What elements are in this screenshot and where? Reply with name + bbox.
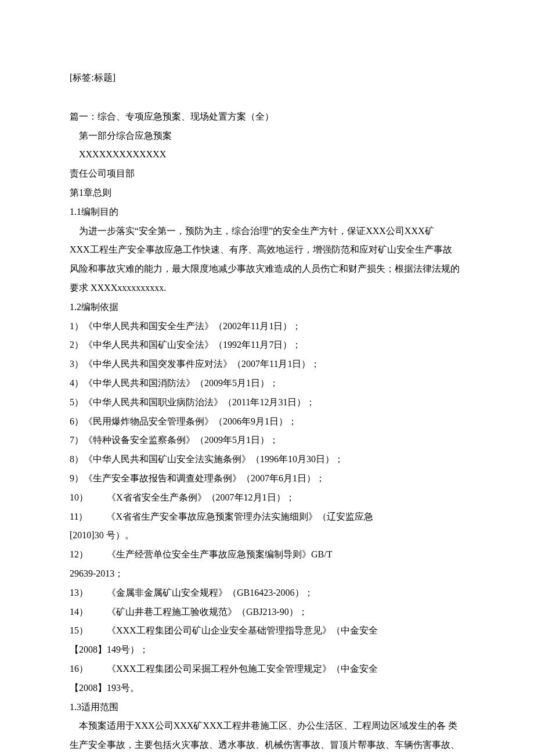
para-line: 风险和事故灾难的能力，最大限度地减少事故灾难造成的人员伤亡和财产损失；根据法律法… [70, 260, 464, 279]
ref-item-11-cont: [2010]30 号）。 [70, 526, 464, 545]
ref-item-3: 3）《中华人民共和国突发事件应对法》（2007年11月1日）； [70, 355, 464, 374]
heading-part: 篇一：综合、专项应急预案、现场处置方案（全） [70, 107, 464, 127]
company-dept: 责任公司项目部 [70, 164, 464, 183]
ref-item-8: 8）《中华人民共和国矿山安全法实施条例》（1996年10月30日）； [70, 450, 464, 469]
para-line: 生产安全事故，主要包括火灾事故、透水事故、机械伤害事故、冒顶片帮事故、车辆伤害事… [70, 736, 464, 755]
chapter-1: 第1章总则 [70, 183, 464, 203]
ref-item-14: 14） 《矿山井巷工程施工验收规范》（GBJ213-90）； [70, 603, 464, 622]
para-line: 要求 XXXXxxxxxxxxxx. [70, 279, 464, 298]
ref-item-4: 4）《中华人民共和国消防法》（2009年5月1日）； [70, 374, 464, 393]
para-line: 为进一步落实“安全第一，预防为主，综合治理”的安全生产方针，保证XXX公司XXX… [70, 222, 464, 241]
ref-item-12: 12） 《生产经营单位安全生产事故应急预案编制导则》GB/T [70, 545, 464, 564]
ref-item-16-cont: 【2008】193号。 [70, 679, 464, 698]
ref-item-15: 15） 《XXX工程集团公司矿山企业安全基础管理指导意见》（中金安全 [70, 621, 464, 640]
ref-item-12-cont: 29639-2013； [70, 564, 464, 584]
ref-item-13: 13） 《金属非金属矿山安全规程》（GB16423-2006）； [70, 584, 464, 603]
section-1-1: 1.1编制目的 [70, 203, 464, 222]
paragraph-scope: 本预案适用于XXX公司XXX矿XXX工程井巷施工区、办公生活区、工程周边区域发生… [70, 717, 464, 756]
ref-item-5: 5）《中华人民共和国职业病防治法》（2011年12月31日）； [70, 393, 464, 412]
para-line: XXX工程生产安全事故应急工作快速、有序、高效地运行，增强防范和应对矿山安全生产… [70, 240, 464, 260]
para-line: 本预案适用于XXX公司XXX矿XXX工程井巷施工区、办公生活区、工程周边区域发生… [70, 717, 464, 736]
section-1-3: 1.3适用范围 [70, 698, 464, 717]
ref-item-9: 9）《生产安全事故报告和调查处理条例》（2007年6月1日）； [70, 469, 464, 488]
ref-item-15-cont: 【2008】149号）； [70, 640, 464, 660]
subheading-part: 第一部分综合应急预案 [70, 127, 464, 146]
ref-item-11: 11） 《X省省生产安全事故应急预案管理办法实施细则》（辽安监应急 [70, 507, 464, 527]
ref-item-6: 6）《民用爆炸物品安全管理条例》（2006年9月1日）； [70, 412, 464, 431]
tag-label: [标签:标题] [70, 69, 464, 88]
section-1-2: 1.2编制依据 [70, 298, 464, 317]
placeholder-x: XXXXXXXXXXXXX [70, 145, 464, 164]
ref-item-10: 10） 《X省省安全生产条例》（2007年12月1日）； [70, 488, 464, 507]
ref-item-7: 7）《特种设备安全监察条例》（2009年5月1日）； [70, 431, 464, 450]
paragraph-purpose: 为进一步落实“安全第一，预防为主，综合治理”的安全生产方针，保证XXX公司XXX… [70, 222, 464, 298]
ref-item-16: 16） 《XXX工程集团公司采掘工程外包施工安全管理规定》（中金安全 [70, 660, 464, 679]
ref-item-1: 1）《中华人民共和国安全生产法》（2002年11月1日）； [70, 317, 464, 336]
ref-item-2: 2）《中华人民共和国矿山安全法》（1992年11月7日）； [70, 336, 464, 355]
